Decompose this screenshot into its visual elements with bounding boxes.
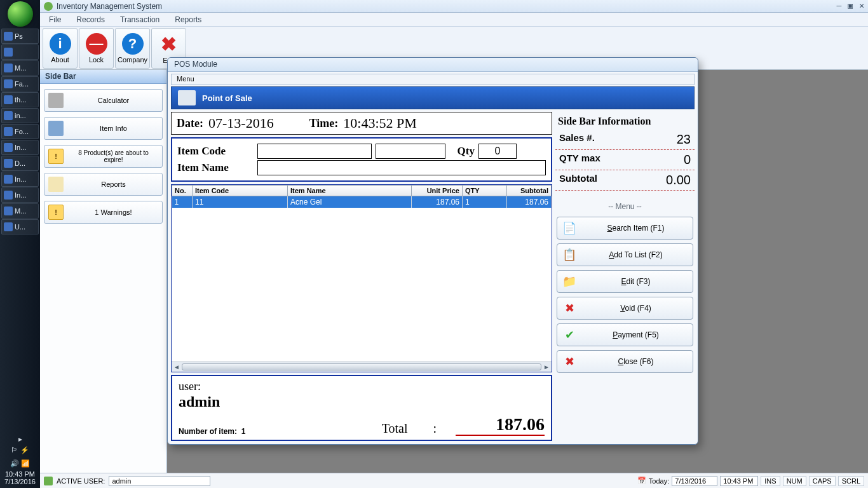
reports-icon (48, 177, 64, 192)
minimize-button[interactable]: — (837, 1, 842, 10)
item-info-button[interactable]: Item Info (44, 117, 163, 140)
add-icon: 📋 (561, 247, 578, 263)
reports-button[interactable]: Reports (44, 173, 163, 196)
warning-icon (48, 149, 64, 164)
taskbar-item[interactable]: Ps (1, 29, 39, 44)
sidebar-info-header: Side Bar Information (555, 112, 695, 130)
menu-reports[interactable]: Reports (168, 14, 208, 25)
search-icon: 📄 (561, 220, 578, 236)
expire-warning-button[interactable]: 8 Product(s) are about to expire! (44, 145, 163, 168)
scrl-indicator: SCRL (838, 476, 864, 486)
total-value: 187.06 (456, 414, 545, 436)
taskbar-item[interactable]: th... (1, 92, 39, 107)
user-value: admin (179, 393, 545, 410)
lock-button[interactable]: —Lock (79, 28, 114, 69)
taskbar-item[interactable]: In... (1, 140, 39, 155)
mdi-workspace: Side Bar Calculator Item Info 8 Product(… (40, 70, 868, 473)
app-titlebar: Inventory Management System — ▣ ✕ (40, 0, 868, 13)
calculator-icon (48, 93, 64, 108)
folder-icon: 📁 (561, 273, 578, 290)
taskbar-item[interactable]: M... (1, 203, 39, 219)
today-date-field[interactable] (672, 476, 717, 486)
taskbar-item[interactable]: In... (1, 187, 39, 203)
caps-indicator: CAPS (809, 476, 836, 486)
taskbar-date[interactable]: 7/13/2016 (0, 478, 40, 485)
printer-icon (178, 90, 196, 105)
maximize-button[interactable]: ▣ (848, 1, 853, 10)
windows-taskbar: PsM...Fa...th...in...Fo...In...D...In...… (0, 0, 40, 488)
pos-menu[interactable]: Menu (171, 74, 695, 85)
menu-records[interactable]: Records (70, 14, 111, 25)
status-bar: ACTIVE USER: 📅 Today: INS NUM CAPS SCRL (40, 473, 868, 488)
menu-bar: File Records Transaction Reports (40, 13, 868, 27)
datetime-row: Date: 07-13-2016 Time: 10:43:52 PM (171, 112, 552, 135)
taskbar-item[interactable]: M... (1, 60, 39, 76)
taskbar-item[interactable]: In... (1, 172, 39, 187)
item-name-input[interactable] (257, 160, 546, 175)
taskbar-item[interactable]: in... (1, 108, 39, 123)
item-code-input[interactable] (257, 144, 372, 159)
tray-icons-2[interactable]: 🔊 📶 (0, 457, 40, 470)
app-window: Inventory Management System — ▣ ✕ File R… (40, 0, 868, 473)
warnings-button[interactable]: 1 Warnings! (44, 201, 163, 224)
pos-module-dialog: POS Module Menu Point of Sale Date: 07-1… (167, 57, 698, 445)
sidebar-header: Side Bar (40, 70, 166, 84)
time-value: 10:43:52 PM (343, 115, 417, 132)
ins-indicator: INS (761, 476, 780, 486)
app-icon (44, 2, 53, 11)
taskbar-clock[interactable]: 10:43 PM (0, 470, 40, 478)
search-item-button[interactable]: 📄Search Item (F1) (557, 217, 693, 240)
taskbar-item[interactable]: Fo... (1, 124, 39, 139)
company-button[interactable]: ?Company (115, 28, 150, 69)
payment-button[interactable]: ✔Payment (F5) (557, 323, 693, 346)
table-row[interactable]: 1 11 Acne Gel 187.06 1 187.06 (172, 196, 552, 208)
taskbar-item[interactable] (1, 44, 39, 60)
taskbar-item[interactable]: U... (1, 219, 39, 234)
pos-titlebar[interactable]: POS Module (168, 58, 698, 72)
qty-input[interactable] (478, 144, 517, 159)
item-entry-panel: Item Code Qty Item Name (171, 137, 552, 182)
item-code-aux-input[interactable] (376, 144, 445, 159)
horizontal-scrollbar[interactable]: ◄ ► (172, 362, 552, 372)
date-value: 07-13-2016 (208, 115, 274, 132)
pos-banner: Point of Sale (171, 86, 695, 109)
menu-transaction[interactable]: Transaction (114, 14, 166, 25)
tray-icons[interactable]: 🏳 ⚡ (0, 444, 40, 457)
items-grid[interactable]: No. Item Code Item Name Unit Price QTY S… (171, 184, 552, 372)
sales-number-row: Sales #.23 (555, 130, 695, 150)
totals-panel: user: admin Number of item: 1 Total : 18… (171, 375, 552, 441)
active-user-field[interactable] (109, 476, 210, 486)
subtotal-row: Subtotal0.00 (555, 170, 695, 191)
edit-button[interactable]: 📁Edit (F3) (557, 270, 693, 293)
close-icon: ✖ (561, 353, 578, 370)
close-button[interactable]: ✕ (859, 1, 864, 10)
num-indicator: NUM (783, 476, 806, 486)
check-icon: ✔ (561, 327, 578, 343)
qtymax-row: QTY max0 (555, 150, 695, 170)
item-info-icon (48, 121, 64, 136)
warning-icon (48, 205, 64, 220)
close-button[interactable]: ✖Close (F6) (557, 350, 693, 373)
menu-file[interactable]: File (43, 14, 67, 25)
add-to-list-button[interactable]: 📋Add To List (F2) (557, 243, 693, 266)
about-button[interactable]: iAbout (43, 28, 78, 69)
void-button[interactable]: ✖Void (F4) (557, 297, 693, 320)
active-user-label: ACTIVE USER: (57, 477, 105, 485)
calendar-icon[interactable]: 📅 (637, 477, 646, 485)
sidebar-panel: Side Bar Calculator Item Info 8 Product(… (40, 70, 167, 473)
app-title: Inventory Management System (57, 2, 162, 11)
today-time-field[interactable] (720, 476, 758, 486)
pos-banner-title: Point of Sale (202, 93, 252, 103)
void-icon: ✖ (561, 300, 578, 316)
calculator-button[interactable]: Calculator (44, 89, 163, 112)
taskbar-item[interactable]: D... (1, 156, 39, 171)
start-button[interactable] (0, 0, 40, 28)
user-icon (44, 477, 53, 485)
taskbar-item[interactable]: Fa... (1, 76, 39, 92)
